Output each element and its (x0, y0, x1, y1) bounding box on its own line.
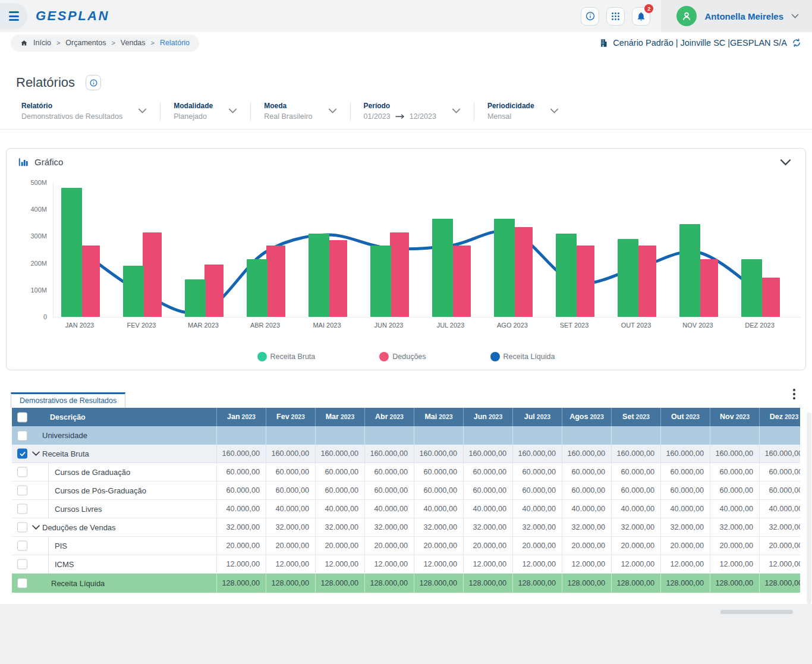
scenario-text: Cenário Padrão | Joinville SC |GESPLAN S… (613, 38, 787, 48)
bar-receita-bruta[interactable] (679, 224, 700, 317)
apps-grid-icon (610, 11, 621, 21)
bar-receita-bruta[interactable] (185, 279, 206, 317)
row-label-cell: Receita Bruta (12, 445, 216, 462)
breadcrumb-item-relatorio[interactable]: Relatório (160, 39, 190, 47)
row-label-cell: Receita Líquida (12, 574, 216, 593)
bar-deducoes[interactable] (514, 227, 533, 317)
filter-modalidade[interactable]: Modalidade Planejado (174, 102, 237, 121)
value-cell: 160.000,00 (216, 445, 266, 462)
bar-receita-bruta[interactable] (61, 188, 82, 317)
bar-receita-bruta[interactable] (494, 219, 515, 317)
bar-receita-bruta[interactable] (741, 259, 762, 317)
filter-label: Relatório (21, 102, 122, 110)
filter-label: Modalidade (174, 102, 213, 110)
x-axis-label: AGO 2023 (487, 322, 537, 329)
value-cell: 20.000,00 (759, 537, 800, 555)
bar-receita-bruta[interactable] (247, 259, 267, 317)
table-row-receita-l-quida: Receita Líquida128.000,00128.000,00128.0… (12, 574, 800, 593)
value-cell (463, 426, 512, 445)
value-cell: 12.000,00 (216, 555, 266, 573)
value-cell: 32.000,00 (562, 518, 611, 536)
row-checkbox[interactable] (17, 467, 27, 477)
filter-relatorio[interactable]: Relatório Demonstrativos de Resultados (21, 102, 147, 121)
value-cell: 12.000,00 (315, 555, 364, 573)
bar-deducoes[interactable] (390, 232, 409, 317)
value-cell: 60.000,00 (315, 463, 364, 481)
row-checkbox[interactable] (17, 578, 27, 589)
vertical-scrollbar[interactable] (807, 413, 811, 604)
y-axis-tick: 0 (12, 313, 47, 320)
bar-deducoes[interactable] (575, 246, 594, 317)
value-cell: 60.000,00 (414, 482, 463, 499)
notifications-button[interactable]: 2 (632, 7, 650, 26)
row-checkbox[interactable] (17, 449, 27, 459)
chevron-down-icon (138, 105, 147, 116)
bar-deducoes[interactable] (143, 232, 162, 317)
user-menu[interactable]: Antonella Meireles (661, 0, 812, 32)
bar-deducoes[interactable] (204, 265, 224, 317)
period-from: 01/2023 (364, 112, 391, 121)
bar-deducoes[interactable] (328, 240, 347, 317)
breadcrumb-item-inicio[interactable]: Início (33, 39, 51, 47)
bar-receita-bruta[interactable] (618, 239, 638, 317)
bar-receita-bruta[interactable] (370, 246, 391, 317)
bar-deducoes[interactable] (699, 259, 718, 317)
value-cell: 128.000,00 (660, 574, 710, 593)
value-cell: 20.000,00 (463, 537, 512, 555)
filter-periodicidade[interactable]: Periodicidade Mensal (487, 102, 559, 121)
row-collapse-chevron-icon[interactable] (32, 525, 40, 530)
horizontal-scrollbar[interactable] (720, 610, 793, 614)
legend-label: Receita Líquida (503, 353, 555, 361)
page-info-button[interactable] (86, 75, 101, 90)
value-cell: 128.000,00 (611, 574, 660, 593)
apps-grid-button[interactable] (606, 7, 625, 26)
value-cell: 20.000,00 (414, 537, 463, 555)
header-descricao-cell: Descrição (12, 408, 216, 426)
row-label: Cursos Livres (55, 505, 102, 514)
breadcrumb-item-vendas[interactable]: Vendas (121, 39, 146, 47)
title-row: Relatórios (0, 54, 812, 98)
row-checkbox[interactable] (17, 486, 27, 496)
row-checkbox[interactable] (17, 559, 27, 569)
x-axis-label: JAN 2023 (55, 322, 105, 329)
x-axis-label: MAI 2023 (302, 322, 352, 329)
filter-periodo[interactable]: Período 01/2023 12/2023 (364, 102, 461, 121)
bar-receita-bruta[interactable] (123, 266, 144, 317)
legend-dot-deducoes (379, 352, 389, 361)
bar-deducoes[interactable] (81, 246, 100, 317)
info-button[interactable] (581, 7, 599, 26)
row-checkbox[interactable] (17, 504, 27, 514)
value-cell: 128.000,00 (315, 574, 364, 593)
value-cell: 60.000,00 (660, 482, 710, 499)
legend-item-deducoes: Deduções (379, 352, 426, 361)
bar-deducoes[interactable] (266, 246, 285, 317)
value-cell: 60.000,00 (463, 482, 512, 499)
bar-deducoes[interactable] (452, 246, 471, 317)
y-axis-tick: 200M (12, 260, 47, 267)
hamburger-menu-button[interactable] (0, 3, 27, 29)
value-cell: 60.000,00 (562, 482, 611, 499)
row-checkbox[interactable] (17, 412, 27, 422)
results-table: DescriçãoJan2023Fev2023Mar2023Abr2023Mai… (12, 408, 800, 593)
tab-demostrativos-de-resultados[interactable]: Demostrativos de Resultados (11, 392, 125, 408)
bar-receita-bruta[interactable] (432, 219, 453, 317)
kebab-menu-icon[interactable] (787, 385, 801, 403)
value-cell (562, 426, 611, 445)
value-cell: 12.000,00 (660, 555, 710, 573)
bar-deducoes[interactable] (761, 278, 780, 317)
filter-moeda[interactable]: Moeda Real Brasileiro (264, 102, 336, 121)
bar-receita-bruta[interactable] (309, 234, 329, 317)
row-checkbox[interactable] (17, 523, 27, 533)
breadcrumb-item-orcamentos[interactable]: Orçamentos (65, 39, 106, 47)
line-receita-liquida (80, 231, 760, 313)
value-cell: 128.000,00 (512, 574, 562, 593)
value-cell: 32.000,00 (611, 518, 660, 536)
row-collapse-chevron-icon[interactable] (32, 451, 40, 457)
row-checkbox[interactable] (17, 430, 27, 440)
row-checkbox[interactable] (17, 541, 27, 551)
bar-receita-bruta[interactable] (556, 234, 577, 317)
bar-deducoes[interactable] (637, 246, 656, 317)
chart-collapse-chevron-icon[interactable] (780, 159, 791, 166)
refresh-icon[interactable] (792, 38, 801, 48)
value-cell: 60.000,00 (660, 463, 710, 481)
